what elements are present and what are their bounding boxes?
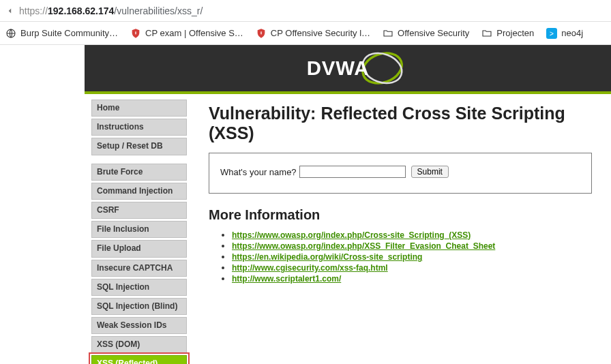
sidebar-item-sql-injection-blind[interactable]: SQL Injection (Blind)	[91, 298, 187, 315]
sidebar-item-weak-session-ids[interactable]: Weak Session IDs	[91, 317, 187, 334]
more-info-heading: More Information	[209, 207, 600, 223]
bookmark-label: Burp Suite Community…	[20, 28, 118, 38]
info-link[interactable]: https://www.owasp.org/index.php/Cross-si…	[232, 230, 471, 240]
sidebar-item-setup[interactable]: Setup / Reset DB	[91, 138, 187, 155]
sidebar-item-home[interactable]: Home	[91, 100, 187, 117]
url-scheme: https://	[19, 5, 48, 16]
name-form: What's your name? Submit	[209, 153, 592, 194]
bookmark-cp-offsec[interactable]: CP Offensive Security l…	[256, 28, 370, 39]
svg-rect-2	[260, 31, 261, 34]
dvwa-app: DVWA Home Instructions Setup / Reset DB …	[85, 45, 611, 364]
sidebar-item-instructions[interactable]: Instructions	[91, 119, 187, 136]
sidebar-item-insecure-captcha[interactable]: Insecure CAPTCHA	[91, 260, 187, 277]
list-item: http://www.scriptalert1.com/	[232, 273, 600, 284]
bookmark-label: Projecten	[496, 28, 534, 38]
folder-icon	[481, 28, 492, 39]
bookmarks-bar: Burp Suite Community… CP exam | Offensiv…	[0, 22, 611, 45]
list-item: https://www.owasp.org/index.php/XSS_Filt…	[232, 241, 600, 251]
bookmark-burp[interactable]: Burp Suite Community…	[5, 28, 118, 39]
bookmark-neo4j[interactable]: > neo4j	[546, 28, 583, 39]
globe-icon	[5, 28, 16, 39]
info-link[interactable]: https://www.owasp.org/index.php/XSS_Filt…	[232, 241, 495, 251]
sidebar-item-file-inclusion[interactable]: File Inclusion	[91, 221, 187, 238]
name-label: What's your name?	[220, 167, 297, 177]
list-item: http://www.cgisecurity.com/xss-faq.html	[232, 262, 600, 273]
app-header: DVWA	[85, 45, 611, 94]
sidebar-item-xss-reflected[interactable]: XSS (Reflected)	[91, 355, 187, 364]
main-content: Vulnerability: Reflected Cross Site Scri…	[194, 94, 611, 284]
sidebar-nav: Home Instructions Setup / Reset DB Brute…	[85, 94, 194, 364]
sidebar-item-sql-injection[interactable]: SQL Injection	[91, 279, 187, 296]
shield-icon	[130, 28, 141, 39]
bookmark-projecten[interactable]: Projecten	[481, 28, 534, 39]
bookmark-label: CP exam | Offensive S…	[145, 28, 243, 38]
address-bar[interactable]: https://192.168.62.174/vulnerabilities/x…	[0, 0, 611, 22]
name-input[interactable]	[299, 166, 406, 178]
sidebar-item-xss-dom[interactable]: XSS (DOM)	[91, 336, 187, 353]
neo4j-icon: >	[546, 28, 557, 39]
menu-group-general: Home Instructions Setup / Reset DB	[91, 100, 187, 155]
caret-left-icon	[5, 6, 15, 16]
info-link[interactable]: http://www.cgisecurity.com/xss-faq.html	[232, 263, 388, 273]
info-link[interactable]: http://www.scriptalert1.com/	[232, 274, 341, 284]
info-link[interactable]: https://en.wikipedia.org/wiki/Cross-site…	[232, 252, 422, 262]
bookmark-cp-exam[interactable]: CP exam | Offensive S…	[130, 28, 243, 39]
folder-icon	[383, 28, 393, 39]
svg-rect-1	[135, 31, 136, 34]
list-item: https://en.wikipedia.org/wiki/Cross-site…	[232, 252, 600, 262]
sidebar-item-brute-force[interactable]: Brute Force	[91, 164, 187, 181]
submit-button[interactable]: Submit	[411, 166, 449, 178]
bookmark-offensive-security[interactable]: Offensive Security	[383, 28, 469, 39]
sidebar-item-command-injection[interactable]: Command Injection	[91, 183, 187, 200]
dvwa-logo: DVWA	[283, 50, 413, 86]
url-path: /vulnerabilities/xss_r/	[114, 5, 203, 16]
bookmark-label: CP Offensive Security l…	[271, 28, 370, 38]
bookmark-label: neo4j	[561, 28, 583, 38]
url-host: 192.168.62.174	[48, 5, 114, 16]
shield-icon	[256, 28, 267, 39]
sidebar-item-csrf[interactable]: CSRF	[91, 202, 187, 219]
svg-text:DVWA: DVWA	[306, 57, 369, 79]
list-item: https://www.owasp.org/index.php/Cross-si…	[232, 230, 600, 240]
sidebar-item-file-upload[interactable]: File Upload	[91, 240, 187, 257]
bookmark-label: Offensive Security	[398, 28, 469, 38]
menu-group-vulns: Brute Force Command Injection CSRF File …	[91, 164, 187, 364]
svg-text:>: >	[550, 30, 554, 37]
info-links-list: https://www.owasp.org/index.php/Cross-si…	[209, 230, 600, 284]
page-title: Vulnerability: Reflected Cross Site Scri…	[209, 104, 600, 143]
